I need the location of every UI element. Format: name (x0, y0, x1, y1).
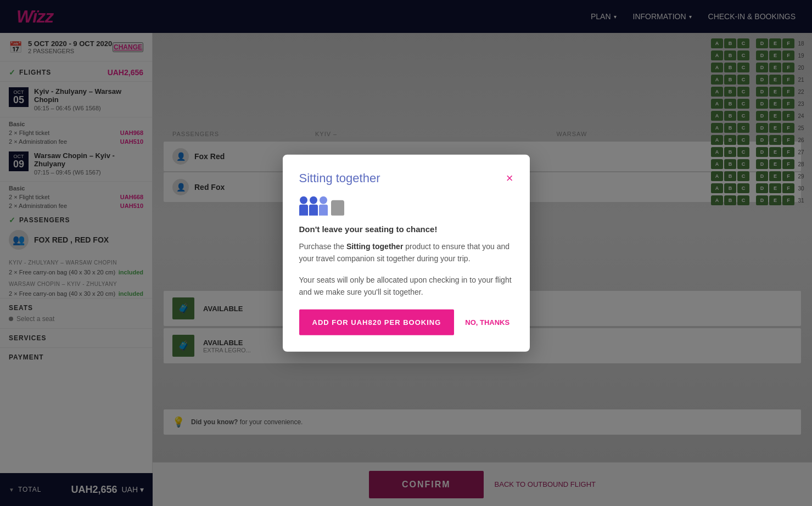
modal-text-2: Your seats will only be allocated upon c… (299, 274, 513, 299)
sitting-together-bold: Sitting together (346, 242, 403, 251)
no-thanks-link[interactable]: NO, THANKS (465, 318, 509, 326)
person-3-icon (319, 196, 328, 216)
modal-close-button[interactable]: × (506, 172, 513, 184)
modal-text-1: Purchase the Sitting together product to… (299, 240, 513, 265)
modal-title: Sitting together (299, 171, 380, 185)
sitting-together-icon (299, 196, 513, 216)
seat-illustration-icon (331, 200, 344, 216)
modal-headline: Don't leave your seating to chance! (299, 224, 513, 234)
modal-header: Sitting together × (299, 171, 513, 185)
sitting-together-modal: Sitting together × Don't leave your seat… (283, 155, 530, 352)
person-1-icon (299, 196, 308, 216)
add-sitting-together-button[interactable]: ADD FOR UAH820 PER BOOKING (299, 309, 455, 335)
modal-actions: ADD FOR UAH820 PER BOOKING NO, THANKS (299, 309, 513, 335)
person-2-icon (309, 196, 318, 216)
